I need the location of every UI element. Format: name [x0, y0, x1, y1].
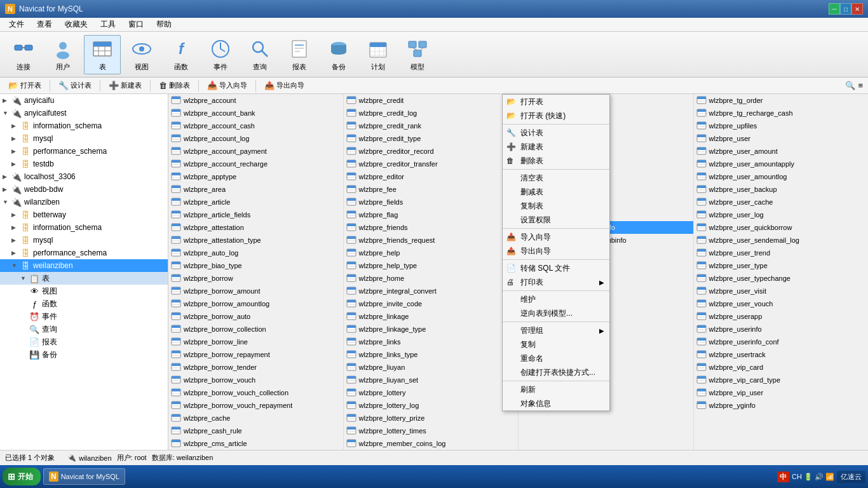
- menu-help[interactable]: 帮助: [150, 18, 178, 31]
- table-row[interactable]: wlzbpre_attestation_type: [168, 234, 343, 247]
- table-row[interactable]: wlzbpre_user_type: [694, 259, 869, 272]
- toolbar-schedule[interactable]: 计划: [360, 35, 397, 74]
- table-row[interactable]: wlzbpre_integral_convert: [344, 285, 519, 297]
- table-row[interactable]: wlzbpre_biao_type: [168, 259, 343, 272]
- table-row[interactable]: wlzbpre_user_quickborrow: [694, 221, 869, 234]
- sidebar-item-events[interactable]: ⏰ 事件: [0, 310, 168, 323]
- toolbar-view[interactable]: 视图: [123, 35, 160, 74]
- table-row[interactable]: wlzbpre_links_type: [344, 348, 519, 361]
- tb2-import[interactable]: 📥 导入向导: [201, 79, 253, 92]
- toolbar-backup[interactable]: 备份: [320, 35, 357, 74]
- table-row[interactable]: wlzbpre_flag: [344, 208, 519, 221]
- table-row[interactable]: wlzbpre_user_trend: [694, 247, 869, 259]
- sidebar-item-webdb[interactable]: ▶ 🔌 webdb-bdw: [0, 183, 168, 196]
- table-row[interactable]: wlzbpre_credit_log: [344, 107, 519, 119]
- table-row[interactable]: wlzbpre_user_visit: [694, 285, 869, 297]
- table-row[interactable]: wlzbpre_lottery_times: [344, 424, 519, 437]
- table-row[interactable]: wlzbpre_creditor_transfer: [344, 158, 519, 170]
- ctx-open-table[interactable]: 📂 打开表: [503, 95, 609, 109]
- table-row[interactable]: wlzbpre_account: [168, 94, 343, 107]
- table-row[interactable]: wlzbpre_borrow_line: [168, 336, 343, 348]
- table-row[interactable]: wlzbpre_user_typechange: [694, 272, 869, 285]
- table-row[interactable]: wlzbpre_credit_type: [344, 132, 519, 145]
- menu-file[interactable]: 文件: [3, 18, 31, 31]
- table-row[interactable]: wlzbpre_invite_code: [344, 297, 519, 310]
- ctx-reduce[interactable]: 删减表: [503, 185, 609, 199]
- menu-favorites[interactable]: 收藏夹: [58, 18, 94, 31]
- table-row[interactable]: wlzbpre_vip_card: [694, 361, 869, 374]
- table-row[interactable]: wlzbpre_borrow_vouch_repayment: [168, 399, 343, 412]
- menu-window[interactable]: 窗口: [122, 18, 150, 31]
- ctx-perms[interactable]: 设置权限: [503, 213, 609, 227]
- table-row[interactable]: wlzbpre_userinfo: [694, 323, 869, 336]
- table-row[interactable]: wlzbpre_borrow_collection: [168, 323, 343, 336]
- ctx-reverse-model[interactable]: 逆向表到模型...: [503, 306, 609, 320]
- sidebar-item-functions[interactable]: ƒ 函数: [0, 297, 168, 310]
- tb2-new[interactable]: ➕ 新建表: [103, 79, 147, 92]
- sidebar-item-reports[interactable]: 📄 报表: [0, 336, 168, 348]
- sidebar-item-views[interactable]: 👁 视图: [0, 285, 168, 297]
- table-row[interactable]: wlzbpre_user_amount: [694, 145, 869, 158]
- table-row[interactable]: wlzbpre_upfiles: [694, 119, 869, 132]
- table-row[interactable]: wlzbpre_account_cash: [168, 119, 343, 132]
- sidebar-item-betterway[interactable]: ▶ 🗄 betterway: [0, 208, 168, 221]
- table-row[interactable]: wlzbpre_borrow_amount: [168, 285, 343, 297]
- tb2-design[interactable]: 🔧 设计表: [53, 79, 97, 92]
- ctx-new[interactable]: ➕ 新建表: [503, 140, 609, 154]
- tb2-delete[interactable]: 🗑 删除表: [153, 79, 196, 92]
- table-row[interactable]: wlzbpre_linkage_type: [344, 323, 519, 336]
- tb2-export[interactable]: 📤 导出向导: [259, 79, 310, 92]
- table-row[interactable]: wlzbpre_liuyan: [344, 361, 519, 374]
- table-row[interactable]: wlzbpre_cash_rule: [168, 424, 343, 437]
- toolbar-query[interactable]: 查询: [241, 35, 278, 74]
- ctx-create-shortcut[interactable]: 创建打开表快捷方式...: [503, 365, 609, 379]
- table-row[interactable]: wlzbpre_user_backup: [694, 183, 869, 196]
- sidebar-item-tables[interactable]: ▼ 📋 表: [0, 272, 168, 285]
- table-row[interactable]: wlzbpre_vip_user: [694, 386, 869, 399]
- table-row[interactable]: wlzbpre_tg_order: [694, 94, 869, 107]
- table-row[interactable]: wlzbpre_user: [694, 132, 869, 145]
- minimize-button[interactable]: ─: [829, 3, 840, 15]
- table-row[interactable]: wlzbpre_auto_log: [168, 247, 343, 259]
- table-row[interactable]: wlzbpre_borrow_vouch: [168, 374, 343, 386]
- ctx-convert-sql[interactable]: 📄 转储 SQL 文件: [503, 261, 609, 275]
- table-row[interactable]: wlzbpre_account_bank: [168, 107, 343, 119]
- table-row[interactable]: wlzbpre_vip_card_type: [694, 374, 869, 386]
- sidebar-item-mysql[interactable]: ▶ 🗄 mysql: [0, 132, 168, 145]
- toolbar-report[interactable]: 报表: [281, 35, 318, 74]
- table-row[interactable]: wlzbpre_help: [344, 247, 519, 259]
- table-row[interactable]: wlzbpre_lottery_prize: [344, 412, 519, 424]
- ctx-copy2[interactable]: 复制: [503, 337, 609, 351]
- table-row[interactable]: wlzbpre_account_recharge: [168, 158, 343, 170]
- sidebar-item-queries[interactable]: 🔍 查询: [0, 323, 168, 336]
- ctx-print[interactable]: 🖨 打印表 ▶: [503, 275, 609, 289]
- ctx-clear[interactable]: 清空表: [503, 171, 609, 185]
- table-row[interactable]: wlzbpre_user_vouch: [694, 297, 869, 310]
- toolbar-model[interactable]: 模型: [399, 35, 436, 74]
- table-row[interactable]: wlzbpre_account_payment: [168, 145, 343, 158]
- table-row[interactable]: wlzbpre_home: [344, 272, 519, 285]
- table-row[interactable]: wlzbpre_cache: [168, 412, 343, 424]
- tb2-open[interactable]: 📂 打开表: [3, 79, 47, 92]
- table-row[interactable]: wlzbpre_usertrack: [694, 348, 869, 361]
- sidebar-item-anyicaifu[interactable]: ▶ 🔌 anyicaifu: [0, 94, 168, 107]
- menu-view[interactable]: 查看: [31, 18, 58, 31]
- sidebar-item-testdb[interactable]: ▶ 🗄 testdb: [0, 158, 168, 170]
- sidebar-item-anyicaifutest[interactable]: ▼ 🔌 anyicaifutest: [0, 107, 168, 119]
- sidebar-item-information-schema[interactable]: ▶ 🗄 information_schema: [0, 119, 168, 132]
- table-row[interactable]: wlzbpre_fee: [344, 183, 519, 196]
- ctx-export[interactable]: 📤 导出向导: [503, 244, 609, 258]
- ctx-maintain[interactable]: 维护: [503, 292, 609, 306]
- table-row[interactable]: wlzbpre_article_fields: [168, 208, 343, 221]
- ctx-obj-info[interactable]: 对象信息: [503, 396, 609, 410]
- table-row[interactable]: wlzbpre_article: [168, 196, 343, 208]
- table-row[interactable]: wlzbpre_credit: [344, 94, 519, 107]
- ctx-rename[interactable]: 重命名: [503, 351, 609, 365]
- toolbar-connect[interactable]: 连接: [5, 35, 42, 74]
- sidebar-item-weilanziben[interactable]: ▼ 🗄 weilanziben: [0, 259, 168, 272]
- ctx-delete[interactable]: 🗑 删除表: [503, 154, 609, 168]
- table-row[interactable]: wlzbpre_userapp: [694, 310, 869, 323]
- table-row[interactable]: wlzbpre_borrow_amountlog: [168, 297, 343, 310]
- maximize-button[interactable]: □: [840, 3, 851, 15]
- table-row[interactable]: wlzbpre_apptype: [168, 170, 343, 183]
